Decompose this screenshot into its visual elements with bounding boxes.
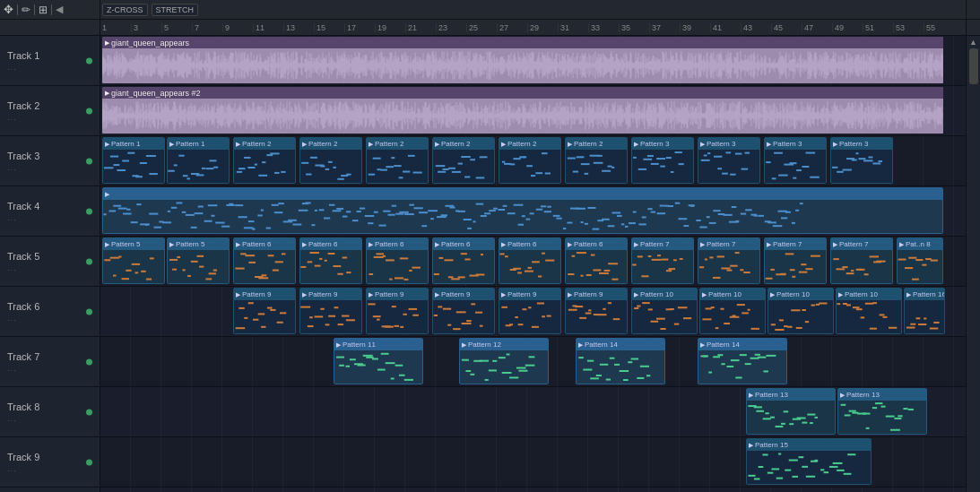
toolbar: ✥ ✏ ⊞ ◀ Z-CROSS STRETCH (0, 0, 980, 20)
track-name-9: Track 9 (7, 452, 92, 462)
clip-3-10[interactable]: ▶Pattern 3 (764, 137, 827, 184)
track-label-10: Track 10... (0, 488, 100, 492)
clip-6-6[interactable]: ▶Pattern 10 (631, 288, 698, 334)
track-dot-9[interactable] (86, 459, 92, 465)
clip-6-7[interactable]: ▶Pattern 10 (699, 288, 766, 334)
ruler-tick-25: 25 (466, 23, 478, 32)
clip-6-0[interactable]: ▶Pattern 9 (233, 288, 296, 334)
clip-3-1[interactable]: ▶Pattern 1 (167, 137, 230, 184)
clip-7-1[interactable]: ▶Pattern 12 (459, 338, 549, 384)
track-dot-2[interactable] (86, 108, 92, 114)
grid-icon[interactable]: ⊞ (39, 4, 48, 16)
clip-6-2[interactable]: ▶Pattern 9 (366, 288, 429, 334)
clip-5-1[interactable]: ▶Pattern 5 (167, 237, 230, 284)
ruler-tick-11: 11 (253, 23, 265, 32)
clip-6-9[interactable]: ▶Pattern 10 (836, 288, 902, 334)
ruler-tick-5: 5 (161, 23, 169, 32)
pencil-icon[interactable]: ✏ (22, 4, 30, 16)
clip-8-1[interactable]: ▶Pattern 13 (837, 388, 927, 435)
clip-5-2[interactable]: ▶Pattern 6 (233, 237, 296, 284)
track-name-3: Track 3 (7, 151, 92, 161)
clip-3-7[interactable]: ▶Pattern 2 (565, 137, 628, 184)
clip-5-6[interactable]: ▶Pattern 6 (499, 237, 561, 284)
clip-5-11[interactable]: ▶Pattern 7 (830, 237, 893, 284)
track-clips-10 (100, 488, 966, 492)
clip-7-0[interactable]: ▶Pattern 11 (334, 338, 423, 384)
clip-7-2[interactable]: ▶Pattern 14 (576, 338, 665, 384)
ruler-tick-17: 17 (344, 23, 356, 32)
clip-3-3[interactable]: ▶Pattern 2 (299, 137, 362, 184)
stretch-btn[interactable]: STRETCH (152, 4, 199, 16)
ruler-tick-43: 43 (741, 23, 752, 32)
clip-2-0[interactable]: ▶giant_queen_appears #2 (102, 87, 943, 134)
z-cross-btn[interactable]: Z-CROSS (102, 4, 148, 16)
clip-5-10[interactable]: ▶Pattern 7 (764, 237, 827, 284)
tracks-sidebar: Track 1...Track 2...Track 3...Track 4...… (0, 36, 100, 492)
track-label-6: Track 6... (0, 287, 100, 337)
clip-6-10[interactable]: ▶Pattern 16 (904, 288, 945, 334)
clip-5-12[interactable]: ▶Pat..n 8 (897, 237, 943, 284)
clip-6-8[interactable]: ▶Pattern 10 (768, 288, 834, 334)
track-label-8: Track 8... (0, 387, 100, 437)
track-label-1: Track 1... (0, 36, 100, 86)
clip-6-5[interactable]: ▶Pattern 9 (565, 288, 628, 334)
nav-left-arrow[interactable]: ◀ (56, 4, 63, 15)
ruler-tick-33: 33 (588, 23, 600, 32)
track-dot-7[interactable] (86, 358, 92, 365)
track-name-2: Track 2 (7, 100, 92, 111)
clip-4-0[interactable]: ▶ (102, 187, 943, 234)
scrollbar-up-arrow[interactable]: ▲ (968, 38, 978, 47)
track-dot-5[interactable] (86, 258, 92, 264)
track-name-4: Track 4 (7, 201, 92, 211)
track-clips-2: ▶giant_queen_appears #2 (100, 86, 966, 136)
clip-5-4[interactable]: ▶Pattern 6 (366, 237, 429, 284)
clip-3-6[interactable]: ▶Pattern 2 (499, 137, 561, 184)
clip-1-0[interactable]: ▶giant_queen_appears (102, 37, 943, 83)
clip-5-0[interactable]: ▶Pattern 5 (102, 237, 165, 284)
clip-3-4[interactable]: ▶Pattern 2 (366, 137, 429, 184)
clip-3-8[interactable]: ▶Pattern 3 (631, 137, 694, 184)
track-dot-8[interactable] (86, 409, 92, 415)
track-label-3: Track 3... (0, 136, 100, 186)
track-name-1: Track 1 (7, 50, 92, 61)
track-dot-3[interactable] (86, 158, 92, 164)
track-clips-8: ▶Pattern 13▶Pattern 13 (100, 387, 966, 437)
track-dot-4[interactable] (86, 208, 92, 214)
track-clips-9: ▶Pattern 15 (100, 437, 966, 488)
vertical-scrollbar[interactable]: ▲ (966, 36, 980, 492)
track-dot-1[interactable] (86, 57, 92, 64)
clip-7-3[interactable]: ▶Pattern 14 (698, 338, 787, 384)
ruler-tick-29: 29 (527, 23, 539, 32)
clip-6-4[interactable]: ▶Pattern 9 (499, 288, 561, 334)
clip-3-5[interactable]: ▶Pattern 2 (432, 137, 495, 184)
ruler-tick-19: 19 (375, 23, 386, 32)
track-name-8: Track 8 (7, 401, 92, 412)
ruler-tick-47: 47 (802, 23, 813, 32)
clip-5-9[interactable]: ▶Pattern 7 (698, 237, 760, 284)
clip-3-2[interactable]: ▶Pattern 2 (233, 137, 296, 184)
track-clips-7: ▶Pattern 11▶Pattern 12▶Pattern 14▶Patter… (100, 337, 966, 387)
scrollbar-thumb[interactable] (969, 48, 978, 84)
track-label-2: Track 2... (0, 86, 100, 136)
ruler-ticks: 1357911131517192123252729313335373941434… (100, 20, 966, 35)
ruler-tick-51: 51 (863, 23, 874, 32)
clip-6-3[interactable]: ▶Pattern 9 (432, 288, 495, 334)
clip-5-3[interactable]: ▶Pattern 6 (299, 237, 362, 284)
track-name-6: Track 6 (7, 301, 92, 312)
clip-3-11[interactable]: ▶Pattern 3 (830, 137, 893, 184)
clip-3-9[interactable]: ▶Pattern 3 (698, 137, 760, 184)
clip-5-7[interactable]: ▶Pattern 6 (565, 237, 628, 284)
ruler-tick-37: 37 (649, 23, 661, 32)
clip-9-0[interactable]: ▶Pattern 15 (746, 438, 872, 485)
clip-6-1[interactable]: ▶Pattern 9 (299, 288, 362, 334)
move-icon[interactable]: ✥ (4, 3, 13, 16)
scrollbar-top-right (966, 0, 980, 19)
track-dot-6[interactable] (86, 308, 92, 315)
ruler-tick-41: 41 (710, 23, 722, 32)
clip-5-5[interactable]: ▶Pattern 6 (432, 237, 495, 284)
clip-3-0[interactable]: ▶Pattern 1 (102, 137, 165, 184)
clip-5-8[interactable]: ▶Pattern 7 (631, 237, 694, 284)
clip-8-0[interactable]: ▶Pattern 13 (746, 388, 836, 435)
ruler-left-spacer (0, 20, 100, 35)
ruler-tick-49: 49 (832, 23, 844, 32)
